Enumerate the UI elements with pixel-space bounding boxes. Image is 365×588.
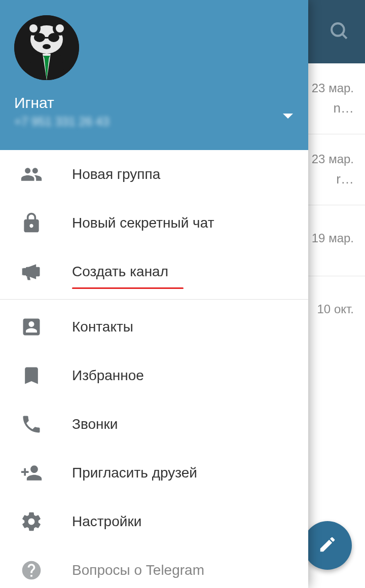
chat-date: 23 мар. (312, 81, 354, 95)
svg-point-8 (34, 33, 45, 42)
menu-label: Контакты (72, 319, 133, 335)
svg-point-11 (43, 44, 51, 49)
svg-point-7 (56, 24, 64, 32)
chevron-down-icon[interactable] (282, 113, 294, 123)
search-icon[interactable] (328, 20, 350, 44)
drawer-menu: Новая группа Новый секретный чат Создать… (0, 150, 308, 588)
chat-preview: n… (334, 100, 354, 116)
menu-create-channel[interactable]: Создать канал (0, 247, 308, 296)
menu-label: Звонки (72, 416, 118, 432)
menu-label: Вопросы о Telegram (72, 562, 204, 578)
chat-date: 23 мар. (312, 152, 354, 166)
menu-new-group[interactable]: Новая группа (0, 150, 308, 199)
svg-rect-10 (44, 37, 50, 39)
gear-icon (20, 510, 43, 533)
help-icon (20, 559, 43, 581)
menu-label: Избранное (72, 368, 144, 384)
menu-saved[interactable]: Избранное (0, 351, 308, 400)
menu-label: Новый секретный чат (72, 215, 214, 231)
drawer-header: Игнат +7 951 331 26 43 (0, 0, 308, 150)
menu-label: Пригласить друзей (72, 465, 197, 481)
chat-date: 10 окт. (317, 302, 354, 316)
menu-label: Создать канал (72, 264, 168, 280)
menu-faq[interactable]: Вопросы о Telegram (0, 546, 308, 588)
pencil-icon (318, 535, 337, 556)
navigation-drawer: Игнат +7 951 331 26 43 Новая группа Новы… (0, 0, 308, 588)
highlight-underline (72, 287, 184, 289)
svg-line-1 (342, 34, 347, 39)
user-name: Игнат (14, 94, 294, 112)
phone-prefix: +7 (14, 115, 28, 129)
compose-fab[interactable] (303, 521, 352, 570)
menu-settings[interactable]: Настройки (0, 497, 308, 546)
megaphone-icon (20, 261, 43, 283)
group-icon (20, 163, 43, 186)
menu-contacts[interactable]: Контакты (0, 303, 308, 351)
avatar[interactable] (14, 15, 79, 80)
svg-point-0 (332, 23, 344, 36)
svg-point-9 (48, 33, 59, 42)
bookmark-icon (20, 364, 43, 387)
menu-label: Настройки (72, 513, 141, 530)
menu-calls[interactable]: Звонки (0, 400, 308, 449)
phone-icon (20, 413, 43, 435)
invite-icon (20, 462, 43, 484)
contacts-icon (20, 316, 43, 338)
lock-icon (20, 212, 43, 234)
phone-number: 951 331 26 43 (31, 115, 109, 129)
menu-invite-friends[interactable]: Пригласить друзей (0, 449, 308, 497)
menu-new-secret-chat[interactable]: Новый секретный чат (0, 199, 308, 247)
chat-preview: r… (336, 171, 354, 187)
menu-label: Новая группа (72, 166, 160, 182)
svg-point-6 (29, 24, 38, 32)
user-phone: +7 951 331 26 43 (14, 115, 294, 129)
chat-date: 19 мар. (312, 231, 354, 245)
menu-divider (0, 299, 308, 300)
